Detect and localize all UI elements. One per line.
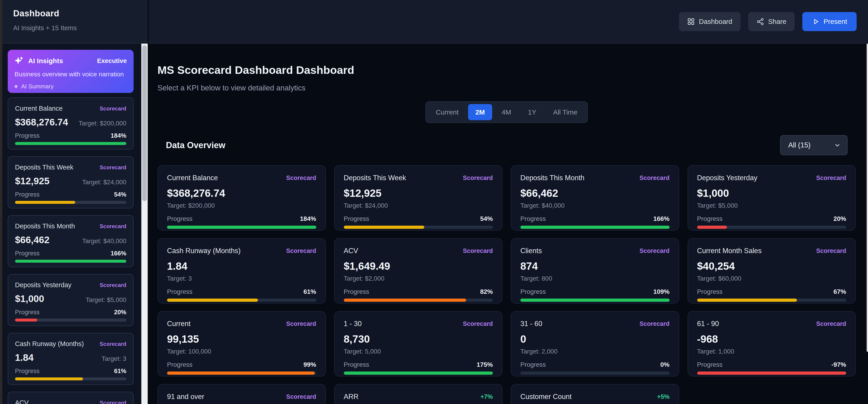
time-range-tab[interactable]: 1Y: [521, 104, 544, 120]
kpi-card[interactable]: Current Balance Scorecard $368,276.74 Ta…: [157, 165, 326, 230]
ai-summary-item[interactable]: AI Summary: [21, 83, 54, 90]
time-range-tabs: Current 2M 4M 1Y All Time: [425, 101, 588, 123]
progress-bar-fill: [167, 372, 315, 375]
progress-bar-fill: [167, 226, 316, 229]
kpi-card[interactable]: 31 - 60 Scorecard 0 Target: 2,000 Progre…: [511, 311, 679, 376]
kpi-name: ACV: [15, 399, 29, 404]
sidebar-title: Dashboard: [13, 9, 148, 19]
progress-bar-track: [344, 372, 493, 375]
kpi-name: Customer Count: [520, 393, 572, 401]
kpi-target: Target: $5,000: [86, 296, 126, 304]
app-screen: Dashboard AI Insights + 15 Items AI Insi…: [0, 0, 868, 404]
kpi-card[interactable]: 61 - 90 Scorecard -968 Target: 1,000 Pro…: [688, 311, 856, 376]
kpi-name: 91 and over: [167, 393, 204, 401]
kpi-value: $1,000: [15, 293, 44, 304]
progress-percent: 20%: [833, 215, 846, 222]
time-range-tab[interactable]: 4M: [494, 104, 519, 120]
kpi-target: Target: $2,000: [344, 275, 493, 282]
time-range-tab[interactable]: 2M: [468, 104, 492, 120]
sidebar-kpi-card[interactable]: Deposits This Month Scorecard $66,462 Ta…: [8, 215, 134, 267]
kpi-type-label: Scorecard: [100, 400, 126, 404]
progress-percent: 0%: [660, 361, 670, 368]
kpi-type-label: Scorecard: [100, 341, 126, 347]
kpi-card[interactable]: ARR +7% Progress: [334, 384, 503, 404]
ai-card-description: Business overview with voice narration: [14, 71, 127, 78]
progress-bar-track: [697, 372, 846, 375]
time-range-tab[interactable]: All Time: [546, 104, 585, 120]
kpi-target: Target: $40,000: [520, 202, 670, 209]
kpi-type-label: Scorecard: [640, 320, 670, 328]
kpi-card[interactable]: ACV Scorecard $1,649.49 Target: $2,000 P…: [334, 238, 503, 304]
kpi-type-label: Scorecard: [640, 175, 670, 182]
ai-card-title: AI Insights: [28, 57, 63, 65]
sidebar-scrollbar-track[interactable]: [141, 43, 148, 404]
progress-bar-track: [167, 226, 316, 229]
progress-percent: 54%: [114, 191, 126, 198]
kpi-card[interactable]: Deposits This Week Scorecard $12,925 Tar…: [334, 165, 503, 230]
time-range-tab[interactable]: Current: [429, 104, 466, 120]
filter-dropdown[interactable]: All (15): [780, 135, 847, 155]
progress-label: Progress: [15, 368, 39, 375]
kpi-name: ARR: [344, 393, 359, 401]
page-title: MS Scorecard Dashboard Dashboard: [157, 64, 856, 76]
kpi-value: $66,462: [15, 235, 50, 245]
main-body: MS Scorecard Dashboard Dashboard Select …: [149, 43, 868, 404]
kpi-card[interactable]: Cash Runway (Months) Scorecard 1.84 Targ…: [157, 238, 326, 304]
sidebar-scrollbar-thumb[interactable]: [142, 45, 147, 201]
sparkles-icon: [14, 56, 24, 66]
sidebar-cards: Current Balance Scorecard $368,276.74 Ta…: [8, 97, 134, 404]
sidebar-kpi-card[interactable]: ACV Scorecard Progress: [8, 392, 134, 404]
kpi-target: Target: 1,000: [697, 348, 846, 355]
progress-label: Progress: [344, 215, 369, 222]
progress-bar-track: [15, 318, 126, 321]
progress-label: Progress: [167, 215, 192, 222]
kpi-card[interactable]: Customer Count +5% Progress: [511, 384, 679, 404]
progress-bar-track: [15, 142, 126, 145]
progress-percent: -97%: [831, 361, 846, 368]
kpi-value: $1,000: [697, 187, 846, 199]
kpi-target: Target: 2,000: [520, 348, 670, 355]
kpi-card[interactable]: Clients Scorecard 874 Target: 800 Progre…: [511, 238, 679, 304]
progress-bar-fill: [697, 226, 727, 229]
ai-insights-card[interactable]: AI Insights Executive Business overview …: [8, 50, 134, 93]
present-button[interactable]: Present: [802, 12, 857, 31]
kpi-type-label: Scorecard: [463, 247, 493, 254]
progress-bar-track: [167, 372, 316, 375]
share-button[interactable]: Share: [748, 12, 795, 31]
kpi-type-label: Scorecard: [816, 247, 846, 254]
kpi-type-label: +5%: [657, 393, 670, 400]
main-scrollbar-thumb[interactable]: [867, 43, 868, 352]
kpi-value: 1.84: [167, 260, 316, 272]
sidebar-header: Dashboard AI Insights + 15 Items: [2, 0, 148, 43]
kpi-card[interactable]: Deposits This Month Scorecard $66,462 Ta…: [511, 165, 679, 230]
dashboard-button[interactable]: Dashboard: [679, 12, 741, 31]
play-icon: [812, 18, 819, 26]
progress-bar-fill: [520, 299, 670, 302]
kpi-card[interactable]: Current Scorecard 99,135 Target: 100,000…: [157, 311, 326, 376]
kpi-value: $12,925: [15, 176, 50, 187]
sidebar-kpi-card[interactable]: Cash Runway (Months) Scorecard 1.84 Targ…: [8, 333, 134, 385]
kpi-name: Clients: [520, 247, 542, 255]
sidebar-kpi-card[interactable]: Deposits This Week Scorecard $12,925 Tar…: [8, 156, 134, 208]
kpi-name: 61 - 90: [697, 320, 719, 328]
kpi-value: 8,730: [344, 333, 493, 345]
kpi-type-label: Scorecard: [100, 164, 126, 170]
kpi-card[interactable]: 91 and over Scorecard Progress: [157, 384, 326, 404]
progress-percent: 175%: [476, 361, 493, 368]
sidebar-kpi-card[interactable]: Current Balance Scorecard $368,276.74 Ta…: [8, 97, 134, 150]
section-title: Data Overview: [166, 141, 225, 150]
kpi-target: Target: 3: [101, 355, 126, 363]
progress-percent: 82%: [480, 288, 493, 296]
progress-bar-fill: [520, 226, 670, 229]
progress-bar-fill: [697, 299, 797, 302]
progress-label: Progress: [15, 132, 39, 139]
kpi-card[interactable]: 1 - 30 Scorecard 8,730 Target: 5,000 Pro…: [334, 311, 503, 376]
kpi-value: $368,276.74: [167, 187, 316, 199]
progress-label: Progress: [520, 288, 546, 296]
kpi-target: Target: 800: [520, 275, 670, 282]
kpi-name: Deposits This Month: [15, 222, 75, 230]
kpi-card[interactable]: Deposits Yesterday Scorecard $1,000 Targ…: [688, 165, 856, 230]
kpi-type-label: Scorecard: [286, 247, 316, 254]
kpi-card[interactable]: Current Month Sales Scorecard $40,254 Ta…: [688, 238, 856, 304]
sidebar-kpi-card[interactable]: Deposits Yesterday Scorecard $1,000 Targ…: [8, 274, 134, 326]
